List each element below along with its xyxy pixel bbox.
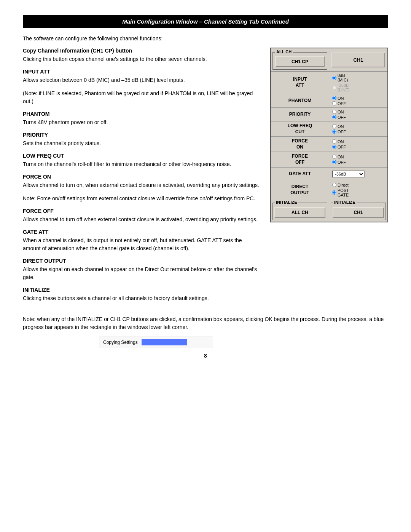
section-low-freq-cut: LOW FREQ CUT Turns on the channel's roll… <box>23 153 261 168</box>
radio-label-35db: -35dB(LINE) <box>338 83 350 92</box>
row-direct-output: DIRECTOUTPUT Direct POSTGATE <box>271 181 387 199</box>
section-body-force-off: Allows channel to turn off when external… <box>23 216 261 224</box>
radio-priority-off-input[interactable] <box>332 115 336 119</box>
intro-text: The software can configure the following… <box>23 35 388 42</box>
radio-force-off-off[interactable]: OFF <box>332 160 384 165</box>
section-note-force-on: Note: Force on/off settings from externa… <box>23 195 261 203</box>
radio-post-gate[interactable]: POSTGATE <box>332 188 384 197</box>
row-gate-att: GATE ATT -36dB -30dB -20dB -10dB <box>271 168 387 181</box>
radio-phantom-off-input[interactable] <box>332 101 336 105</box>
section-title-phantom: PHANTOM <box>23 111 261 117</box>
section-copy-channel: Copy Channel Information (CH1 CP) button… <box>23 48 261 63</box>
progress-label: Copying Settings <box>103 340 138 345</box>
control-low-freq-cut: ON OFF <box>329 121 387 136</box>
section-priority: PRIORITY Sets the channel's priority sta… <box>23 132 261 147</box>
section-direct-output: DIRECT OUTPUT Allows the signal on each … <box>23 258 261 281</box>
section-body-phantom: Turns 48V phantom power on or off. <box>23 118 261 126</box>
section-title-input-att: INPUT ATT <box>23 69 261 75</box>
radio-35db-line[interactable]: -35dB(LINE) <box>332 83 384 92</box>
section-gate-att: GATE ATT When a channel is closed, its o… <box>23 229 261 252</box>
section-note-input-att: (Note: if LINE is selected, Phantom will… <box>23 89 261 105</box>
ch1cp-button[interactable]: CH1 CP <box>275 56 325 67</box>
radio-phantom-off[interactable]: OFF <box>332 101 384 106</box>
radio-force-off-on[interactable]: ON <box>332 155 384 159</box>
label-force-off: FORCEOFF <box>271 152 329 167</box>
radio-phantom-on-input[interactable] <box>332 96 336 100</box>
header-title: Main Configuration Window – Channel Sett… <box>122 18 289 25</box>
radio-direct-input[interactable] <box>332 183 336 187</box>
all-ch-groupbox: ALL CH CH1 CP <box>272 52 327 70</box>
section-title-priority: PRIORITY <box>23 132 261 138</box>
section-phantom: PHANTOM Turns 48V phantom power on or of… <box>23 111 261 126</box>
section-body-initialize: Clicking these buttons sets a channel or… <box>23 294 261 302</box>
section-body-priority: Sets the channel's priority status. <box>23 139 261 147</box>
label-lfc-off: OFF <box>338 129 346 134</box>
panel-top-row: ALL CH CH1 CP CH1 <box>271 48 387 71</box>
init-all-ch-box: INITIALIZE ALL CH <box>271 199 329 222</box>
section-title-direct-output: DIRECT OUTPUT <box>23 258 261 264</box>
radio-force-on-on[interactable]: ON <box>332 139 384 144</box>
label-force-on-off: OFF <box>338 145 346 149</box>
section-body-low-freq-cut: Turns on the channel's roll-off filter t… <box>23 160 261 168</box>
section-initialize: INITIALIZE Clicking these buttons sets a… <box>23 287 261 302</box>
section-body-input-att: Allows selection between 0 dB (MIC) and … <box>23 76 261 84</box>
label-priority: PRIORITY <box>271 108 329 121</box>
label-lfc-on: ON <box>338 124 344 129</box>
radio-force-on-off-input[interactable] <box>332 145 336 149</box>
init-all-ch-button[interactable]: ALL CH <box>274 207 325 218</box>
section-title-initialize: INITIALIZE <box>23 287 261 293</box>
radio-priority-on[interactable]: ON <box>332 110 384 114</box>
radio-force-off-off-input[interactable] <box>332 160 336 164</box>
label-gate-att: GATE ATT <box>271 168 329 181</box>
panel-data-rows: INPUTATT 0dB(MIC) -35dB(LINE) <box>271 71 387 199</box>
section-title-force-on: FORCE ON <box>23 174 261 180</box>
section-input-att: INPUT ATT Allows selection between 0 dB … <box>23 69 261 105</box>
label-direct-output: DIRECTOUTPUT <box>271 181 329 199</box>
init-all-ch-label: INITIALIZE <box>275 200 298 204</box>
radio-force-on-off[interactable]: OFF <box>332 145 384 149</box>
radio-priority-on-input[interactable] <box>332 110 336 114</box>
control-direct-output: Direct POSTGATE <box>329 181 387 199</box>
section-force-off: FORCE OFF Allows channel to turn off whe… <box>23 208 261 224</box>
gate-att-select[interactable]: -36dB -30dB -20dB -10dB <box>332 171 365 177</box>
radio-force-on-on-input[interactable] <box>332 139 336 144</box>
panel-outer-border: ALL CH CH1 CP CH1 INPUTATT <box>270 48 388 222</box>
radio-direct[interactable]: Direct <box>332 183 384 187</box>
label-input-att: INPUTATT <box>271 72 329 94</box>
radio-force-off-on-input[interactable] <box>332 155 336 159</box>
radio-0db-mic[interactable]: 0dB(MIC) <box>332 73 384 82</box>
ui-panel: ALL CH CH1 CP CH1 INPUTATT <box>270 48 388 222</box>
radio-priority-off[interactable]: OFF <box>332 115 384 120</box>
label-force-off-on: ON <box>338 155 344 159</box>
panel-init-row: INITIALIZE ALL CH INITIALIZE CH1 <box>271 199 387 222</box>
row-force-off: FORCEOFF ON OFF <box>271 152 387 167</box>
radio-lfc-on-input[interactable] <box>332 124 336 128</box>
section-body-copy-channel: Clicking this button copies channel one'… <box>23 55 261 63</box>
radio-input-0db[interactable] <box>332 76 336 80</box>
row-force-on: FORCEON ON OFF <box>271 137 387 152</box>
radio-phantom-on[interactable]: ON <box>332 96 384 101</box>
section-title-copy-channel: Copy Channel Information (CH1 CP) button <box>23 48 261 54</box>
control-gate-att: -36dB -30dB -20dB -10dB <box>329 168 387 181</box>
ch1-header-button[interactable]: CH1 <box>331 53 385 67</box>
all-ch-label: ALL CH <box>275 50 293 54</box>
page-number: 8 <box>23 353 388 359</box>
progress-bar <box>142 339 187 345</box>
label-phantom: PHANTOM <box>271 94 329 107</box>
init-all-ch-groupbox: INITIALIZE ALL CH <box>272 203 327 220</box>
label-force-on: FORCEON <box>271 137 329 152</box>
init-ch1-label: INITIALIZE <box>333 200 357 204</box>
radio-lfc-on[interactable]: ON <box>332 124 384 129</box>
label-priority-off: OFF <box>338 115 346 120</box>
radio-lfc-off[interactable]: OFF <box>332 129 384 134</box>
radio-post-gate-input[interactable] <box>332 190 336 195</box>
text-column: Copy Channel Information (CH1 CP) button… <box>23 48 261 308</box>
label-phantom-on: ON <box>338 96 344 101</box>
init-ch1-groupbox: INITIALIZE CH1 <box>331 203 386 220</box>
section-title-force-off: FORCE OFF <box>23 208 261 214</box>
label-force-off-off: OFF <box>338 160 346 165</box>
progress-demo: Copying Settings <box>99 337 213 348</box>
init-ch1-button[interactable]: CH1 <box>333 207 384 218</box>
radio-lfc-off-input[interactable] <box>332 129 336 134</box>
row-priority: PRIORITY ON OFF <box>271 108 387 121</box>
